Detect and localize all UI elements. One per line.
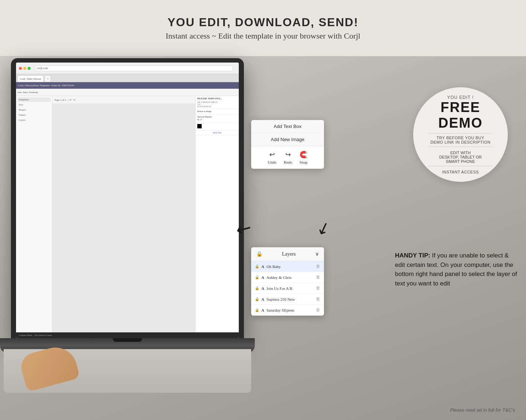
browser-minimize-dot[interactable] bbox=[23, 67, 26, 70]
toolbar-redo-btn[interactable]: ↪ bbox=[73, 99, 75, 101]
bottom-credit: Please read ad in full for T&C's bbox=[450, 407, 515, 413]
toolbar-page-indicator: Page 1 of 1 bbox=[55, 99, 66, 101]
demo-edit-with-label: EDIT WITH bbox=[450, 151, 471, 155]
panel-color-section bbox=[195, 123, 239, 131]
laptop-container: corjl.com Corjl - Baby Shower + Corjl | … bbox=[11, 58, 251, 385]
corjl-editor: Templates Text Images Shapes Layers Page… bbox=[16, 96, 239, 338]
demo-circle: YOU EDIT ! FREE DEMO TRY BEFORE YOU BUY … bbox=[413, 87, 508, 182]
panel-color-swatch[interactable] bbox=[197, 124, 202, 128]
demo-free-label: FREE bbox=[440, 100, 480, 115]
add-new-image-button[interactable]: Add New Image bbox=[251, 133, 324, 146]
layer-text-icon-2: A bbox=[261, 275, 264, 280]
layers-title: Layers bbox=[282, 251, 296, 257]
demo-divider-3 bbox=[428, 166, 493, 166]
corjl-order-bar: Corjl | MoocayParty Templates Order Id: … bbox=[16, 82, 239, 89]
sidebar-item-shapes[interactable]: Shapes bbox=[17, 113, 51, 117]
layers-lock-icon: 🔒 bbox=[256, 251, 262, 257]
top-banner: YOU EDIT, DOWNLOAD, SEND! Instant access… bbox=[0, 0, 526, 56]
handy-tip-prefix: HANDY TIP: bbox=[395, 252, 430, 259]
floating-editor-panel: Add Text Box Add New Image ↩ Undo ↪ Redo… bbox=[251, 120, 324, 169]
demo-you-edit-label: YOU EDIT ! bbox=[447, 95, 474, 100]
demo-divider-2 bbox=[428, 147, 493, 147]
sidebar-item-templates[interactable]: Templates bbox=[17, 97, 51, 102]
snap-label: Snap bbox=[300, 160, 308, 164]
banner-subtitle: Instant access ~ Edit the template in yo… bbox=[166, 31, 360, 41]
layer-name-saturday: Saturday SEptem bbox=[266, 308, 314, 312]
layer-lock-icon-3: 🔒 bbox=[255, 286, 259, 290]
panel-font-size[interactable]: H: 17 bbox=[197, 119, 202, 121]
layer-item-oh-baby[interactable]: 🔒 A Oh Baby 🗑 bbox=[251, 261, 324, 272]
browser-chrome: corjl.com bbox=[16, 63, 239, 74]
layer-delete-icon-1[interactable]: 🗑 bbox=[316, 264, 320, 269]
browser-tab-active[interactable]: Corjl - Baby Shower bbox=[17, 75, 44, 82]
redo-label: Redo bbox=[284, 160, 292, 164]
redo-control[interactable]: ↪ Redo bbox=[284, 151, 292, 164]
browser-tabs: Corjl - Baby Shower + bbox=[16, 74, 239, 82]
demo-divider-1 bbox=[428, 133, 493, 133]
panel-font-section: Spectral Regular H: 17 bbox=[195, 115, 239, 123]
undo-control[interactable]: ↩ Undo bbox=[268, 151, 276, 164]
layer-name-supinos: Supinos 250 New bbox=[266, 297, 314, 301]
layer-text-icon-3: A bbox=[261, 286, 264, 291]
corjl-sidebar: Templates Text Images Shapes Layers bbox=[16, 96, 52, 338]
floating-panel-controls: ↩ Undo ↪ Redo 🧲 Snap bbox=[251, 146, 324, 169]
corjl-logo: Corjl | MoocayParty Templates bbox=[18, 84, 50, 87]
add-text-box-button[interactable]: Add Text Box bbox=[251, 120, 324, 133]
toolbar-zoom: | bbox=[68, 99, 68, 101]
panel-style-section: Style Text bbox=[195, 131, 239, 135]
status-file: Now Paste for Issue bbox=[35, 334, 52, 336]
sidebar-item-layers[interactable]: Layers bbox=[17, 118, 51, 122]
sidebar-item-images[interactable]: Images bbox=[17, 108, 51, 112]
editor-right-panel: PLEASE JOIN US F... OR A BRIDAL BRUNCHIN… bbox=[195, 96, 239, 338]
browser-close-dot[interactable] bbox=[19, 67, 22, 70]
layer-delete-icon-5[interactable]: 🗑 bbox=[316, 307, 320, 313]
layer-item-ashley-chris[interactable]: 🔒 A Ashley & Chris 🗑 bbox=[251, 272, 324, 283]
demo-instant-label: INSTANT ACCESS bbox=[442, 170, 479, 174]
layers-header: 🔒 Layers ∨ bbox=[251, 247, 324, 261]
corjl-nav-save[interactable]: Save bbox=[17, 91, 22, 93]
layer-item-supinos[interactable]: 🔒 A Supinos 250 New 🗑 bbox=[251, 294, 324, 305]
snap-control[interactable]: 🧲 Snap bbox=[300, 151, 308, 164]
corjl-nav-share[interactable]: Share bbox=[23, 91, 28, 93]
toolbar-undo-btn[interactable]: ↩ bbox=[70, 99, 72, 101]
panel-style-text-btn[interactable]: Style Text bbox=[197, 132, 237, 134]
layer-name-join-us: Join Us For A B bbox=[266, 286, 314, 291]
sidebar-item-text[interactable]: Text bbox=[17, 103, 51, 107]
browser-maximize-dot[interactable] bbox=[28, 67, 31, 70]
layer-text-icon-4: A bbox=[261, 297, 264, 301]
browser-tab-2[interactable]: + bbox=[44, 75, 51, 82]
handy-tip-container: HANDY TIP: If you are unable to select &… bbox=[395, 251, 519, 288]
layer-lock-icon-4: 🔒 bbox=[255, 297, 259, 301]
panel-font-name[interactable]: Spectral Regular bbox=[197, 116, 212, 118]
browser-url-bar[interactable]: corjl.com bbox=[35, 65, 233, 71]
layer-lock-icon-5: 🔒 bbox=[255, 308, 259, 312]
layer-item-join-us[interactable]: 🔒 A Join Us For A B 🗑 bbox=[251, 283, 324, 294]
panel-resize-section[interactable]: Resize as Image bbox=[195, 109, 239, 115]
layer-delete-icon-2[interactable]: 🗑 bbox=[316, 275, 320, 280]
banner-title: YOU EDIT, DOWNLOAD, SEND! bbox=[167, 16, 359, 29]
laptop-screen-outer: corjl.com Corjl - Baby Shower + Corjl | … bbox=[11, 58, 244, 342]
corjl-nav-bar: Save Share Download bbox=[16, 89, 239, 96]
demo-demo-label: DEMO bbox=[438, 115, 483, 131]
layer-lock-icon-2: 🔒 bbox=[255, 275, 259, 279]
panel-please-join: PLEASE JOIN US F... bbox=[197, 97, 237, 100]
status-bar: Collapse Menu Now Paste for Issue bbox=[16, 332, 239, 338]
corjl-toolbar: Page 1 of 1 | ↩ ↪ bbox=[52, 96, 195, 104]
laptop-screen: corjl.com Corjl - Baby Shower + Corjl | … bbox=[16, 63, 239, 338]
redo-icon: ↪ bbox=[285, 151, 291, 159]
status-text: Collapse Menu bbox=[19, 334, 32, 336]
layers-chevron-icon[interactable]: ∨ bbox=[315, 251, 319, 257]
layer-text-icon-1: A bbox=[261, 264, 264, 269]
layer-lock-icon-1: 🔒 bbox=[255, 264, 259, 268]
layer-text-icon-5: A bbox=[261, 308, 264, 312]
snap-icon: 🧲 bbox=[300, 151, 308, 159]
demo-try-label: TRY BEFORE YOU BUY bbox=[436, 136, 484, 140]
layer-delete-icon-3[interactable]: 🗑 bbox=[316, 285, 320, 291]
corjl-order-id: Order Id: 1509758194 bbox=[51, 84, 74, 87]
layer-delete-icon-4[interactable]: 🗑 bbox=[316, 296, 320, 302]
corjl-nav-download[interactable]: Download bbox=[29, 91, 38, 93]
undo-icon: ↩ bbox=[269, 151, 275, 159]
layer-item-saturday[interactable]: 🔒 A Saturday SEptem 🗑 bbox=[251, 305, 324, 316]
demo-devices-label: DESKTOP, TABLET OR bbox=[439, 155, 482, 159]
demo-smartphone-label: SMART PHONE bbox=[446, 159, 475, 164]
